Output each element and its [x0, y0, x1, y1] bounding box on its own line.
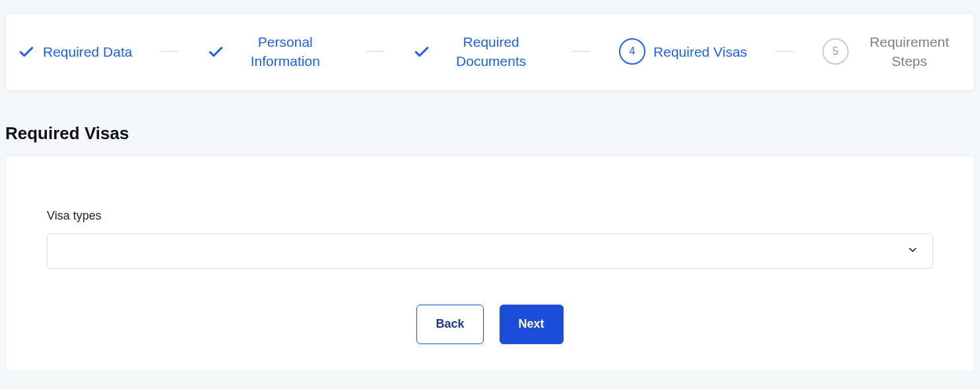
step-required-documents[interactable]: Required Documents: [413, 32, 544, 71]
visa-types-label: Visa types: [47, 209, 933, 223]
step-connector: [572, 51, 591, 52]
step-requirement-steps[interactable]: 5 Requirement Steps: [822, 32, 962, 71]
visa-types-select[interactable]: [47, 233, 933, 269]
step-personal-information[interactable]: Personal Information: [207, 32, 338, 71]
form-actions: Back Next: [47, 305, 933, 344]
step-required-data[interactable]: Required Data: [18, 42, 132, 61]
form-card: Visa types Back Next: [5, 156, 975, 371]
step-label: Personal Information: [232, 32, 338, 71]
check-icon: [413, 43, 430, 60]
step-label: Required Documents: [438, 32, 544, 71]
step-label: Required Data: [43, 42, 132, 61]
step-connector: [775, 51, 794, 52]
check-icon: [207, 43, 224, 60]
section-title: Required Visas: [5, 123, 980, 144]
step-number-icon: 4: [619, 38, 645, 65]
step-label: Requirement Steps: [857, 32, 962, 71]
step-connector: [366, 51, 385, 52]
back-button[interactable]: Back: [416, 305, 483, 344]
step-number-icon: 5: [822, 38, 849, 65]
next-button[interactable]: Next: [500, 305, 564, 344]
step-label: Required Visas: [653, 42, 747, 61]
step-connector: [160, 51, 179, 52]
visa-types-select-wrap: [47, 233, 933, 269]
stepper: Required Data Personal Information Requi…: [5, 13, 975, 90]
check-icon: [18, 43, 35, 60]
step-required-visas[interactable]: 4 Required Visas: [619, 38, 747, 65]
